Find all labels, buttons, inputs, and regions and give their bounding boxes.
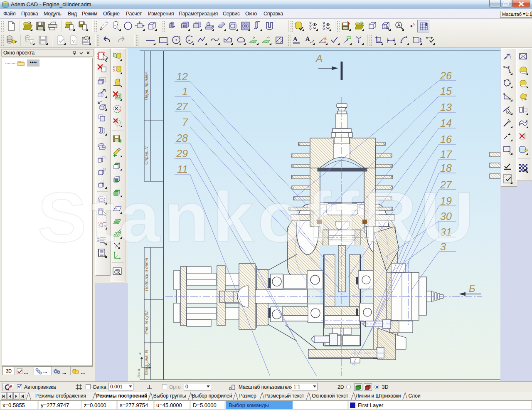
svg-text:27: 27: [176, 101, 188, 112]
svg-text:V.: V.: [72, 39, 76, 44]
svg-text:А: А: [315, 53, 323, 64]
svg-text:X: X: [148, 363, 150, 367]
svg-text:2: 2: [324, 40, 326, 44]
svg-text:7: 7: [182, 116, 188, 128]
svg-text:Y: Y: [139, 352, 141, 356]
svg-text:18: 18: [440, 162, 452, 174]
svg-text:17: 17: [440, 148, 452, 160]
svg-text:16: 16: [440, 133, 452, 145]
svg-text:13: 13: [440, 101, 452, 113]
svg-text:1: 1: [182, 86, 188, 97]
svg-text:29: 29: [176, 148, 188, 159]
svg-text:Инв. N дубл.: Инв. N дубл.: [144, 309, 149, 335]
svg-text:14: 14: [440, 117, 452, 129]
svg-text:15: 15: [440, 85, 452, 97]
svg-text:Справ. N: Справ. N: [144, 146, 149, 165]
svg-text:Ззам.: Ззам.: [137, 368, 141, 378]
svg-text:A: A: [397, 23, 400, 27]
svg-text:12: 12: [176, 71, 188, 82]
svg-text:Перв. примен.: Перв. примен.: [144, 71, 149, 100]
svg-text:Подпись и дата: Подпись и дата: [144, 258, 149, 291]
svg-text:A: A: [293, 36, 298, 42]
svg-text:26: 26: [440, 70, 452, 82]
svg-text:5: 5: [413, 22, 415, 26]
svg-text:Б: Б: [469, 283, 475, 294]
svg-text:11: 11: [177, 163, 188, 175]
svg-text:A: A: [305, 36, 310, 42]
svg-text:5: 5: [425, 22, 427, 27]
svg-text:28: 28: [176, 132, 188, 144]
